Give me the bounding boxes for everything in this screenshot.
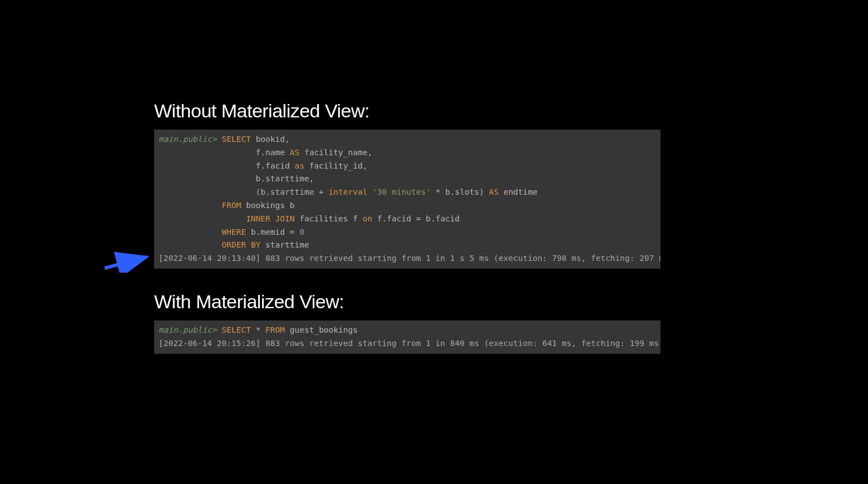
heading-without: Without Materialized View:: [154, 100, 660, 122]
code-block-with: main.public> SELECT * FROM guest_booking…: [154, 320, 660, 354]
kw-as: as: [294, 161, 304, 170]
col-bstart: b.starttime: [256, 174, 309, 183]
result-line-2: [2022-06-14 20:15:26] 883 rows retrieved…: [159, 339, 660, 348]
kw-from: FROM: [222, 201, 241, 210]
slide-content: Without Materialized View: main.public> …: [154, 100, 660, 354]
svg-line-1: [105, 257, 146, 268]
tbl-facilities: facilities f: [299, 214, 358, 223]
alias-facid: facility_id: [309, 161, 363, 170]
kw-as: AS: [290, 148, 299, 157]
tbl-guest-bookings: guest_bookings: [290, 325, 358, 334]
tbl-bookings: bookings b: [246, 201, 294, 210]
kw-on: on: [363, 214, 372, 223]
kw-where: WHERE: [222, 228, 246, 236]
kw-innerjoin: INNER JOIN: [246, 214, 294, 223]
on-cond: f.facid = b.facid: [377, 214, 460, 223]
kw-select: SELECT: [222, 325, 251, 334]
prompt: main.public>: [159, 325, 217, 334]
alias-endtime: endtime: [504, 187, 537, 196]
col-fname: f.name: [256, 148, 285, 157]
kw-select: SELECT: [222, 135, 251, 144]
result-line-1: [2022-06-14 20:13:40] 883 rows retrieved…: [159, 254, 660, 263]
kw-orderby: ORDER BY: [222, 240, 261, 249]
kw-from: FROM: [265, 325, 285, 334]
col-bookid: bookid: [256, 135, 285, 144]
heading-with: With Materialized View:: [154, 291, 660, 313]
alias-facname: facility_name: [304, 148, 368, 157]
prompt: main.public>: [159, 135, 217, 144]
arrow-icon: [102, 250, 152, 273]
str-30min: '30 minutes': [372, 187, 431, 196]
col-ffacid: f.facid: [256, 161, 290, 170]
kw-as: AS: [489, 187, 499, 196]
expr-bslots: b.slots: [445, 187, 479, 196]
expr-bstart: b.starttime: [260, 187, 314, 196]
where-cond: b.memid =: [251, 228, 295, 236]
orderby-col: starttime: [265, 240, 309, 249]
kw-interval: interval: [329, 187, 368, 196]
num-zero: 0: [299, 228, 304, 236]
code-block-without: main.public> SELECT bookid, f.name AS fa…: [154, 130, 660, 269]
